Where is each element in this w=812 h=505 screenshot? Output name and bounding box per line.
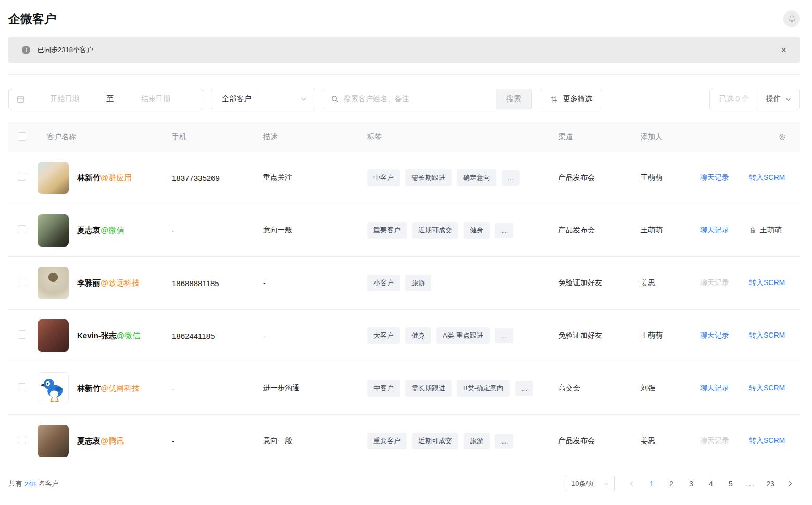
chat-log-link[interactable]: 聊天记录: [700, 173, 729, 182]
header-channel: 渠道: [558, 132, 641, 142]
tag-chip: 需长期跟进: [405, 169, 452, 186]
page-number[interactable]: 1: [643, 475, 660, 492]
avatar: [38, 372, 69, 404]
desc-cell: -: [263, 279, 367, 287]
close-icon[interactable]: ×: [781, 45, 786, 55]
customer-source-tag: @优网科技: [101, 384, 140, 392]
notification-button[interactable]: [783, 10, 800, 27]
row-checkbox[interactable]: [18, 225, 26, 233]
page-number[interactable]: 4: [703, 475, 719, 492]
phone-cell: 1862441185: [172, 331, 263, 340]
transfer-scrm-link[interactable]: 转入SCRM: [749, 278, 785, 288]
search-placeholder: 搜索客户姓名、备注: [344, 94, 409, 104]
page-number[interactable]: 3: [683, 475, 699, 492]
tag-chip: 重要客户: [367, 222, 407, 239]
transfer-scrm-link[interactable]: 转入SCRM: [749, 384, 785, 393]
table-header-row: 客户名称 手机 描述 标签 渠道 添加人: [8, 122, 800, 152]
tag-chip: 中客户: [367, 380, 400, 397]
tag-chip: 大客户: [367, 327, 400, 344]
row-checkbox[interactable]: [18, 278, 26, 286]
adder-cell: 王萌萌: [641, 173, 696, 182]
transfer-scrm-link[interactable]: 转入SCRM: [749, 436, 785, 446]
table-row: 夏志衷@腾讯 - 意向一般 重要客户 近期可成交 旅游 ... 产品发布会 姜思…: [8, 415, 800, 467]
select-all-checkbox[interactable]: [18, 132, 26, 141]
action-dropdown-button[interactable]: 操作: [758, 89, 799, 109]
tag-chip: 小客户: [367, 275, 400, 291]
header-tags: 标签: [367, 132, 558, 142]
phone-cell: 18377335269: [172, 174, 263, 182]
customer-name: 夏志衷: [77, 226, 101, 235]
row-checkbox[interactable]: [18, 173, 26, 181]
tag-chip: 旅游: [405, 275, 431, 291]
header-customer-name: 客户名称: [38, 132, 172, 142]
header-adder: 添加人: [641, 132, 696, 142]
tag-more-chip[interactable]: ...: [495, 223, 513, 238]
tag-more-chip[interactable]: ...: [495, 328, 513, 343]
tag-chip: 健身: [405, 327, 431, 344]
table-row: 夏志衷@微信 - 意向一般 重要客户 近期可成交 健身 ... 产品发布会 王萌…: [8, 204, 800, 257]
top-bar: 企微客户: [8, 0, 800, 27]
customer-type-select[interactable]: 全部客户: [211, 89, 315, 109]
tag-more-chip[interactable]: ...: [495, 434, 513, 449]
filter-bar: 开始日期 至 结束日期 全部客户 搜索客户姓名、备注 搜索: [8, 89, 800, 109]
gear-icon: [778, 133, 786, 141]
lock-icon: [749, 227, 756, 235]
tag-chip: 确定意向: [457, 169, 496, 186]
chat-log-link: 聊天记录: [700, 436, 729, 446]
page-number[interactable]: 2: [663, 475, 680, 492]
page-number[interactable]: 23: [762, 475, 779, 492]
tag-chip: 健身: [464, 222, 490, 239]
header-phone: 手机: [172, 132, 263, 142]
tag-more-chip[interactable]: ...: [515, 381, 533, 396]
row-checkbox[interactable]: [18, 383, 26, 391]
phone-cell: 18688881185: [172, 279, 263, 288]
pagination: 1 2 3 4 5 ... 23: [622, 475, 800, 492]
adder-cell: 姜思: [641, 278, 696, 288]
customer-source-tag: @微信: [117, 331, 140, 340]
column-settings-button[interactable]: [778, 133, 800, 141]
page-number[interactable]: 5: [722, 475, 739, 492]
row-checkbox[interactable]: [18, 330, 26, 339]
date-range-picker[interactable]: 开始日期 至 结束日期: [8, 89, 203, 109]
search-button[interactable]: 搜索: [496, 89, 532, 109]
phone-cell: -: [172, 226, 263, 235]
more-filters-button[interactable]: 更多筛选: [541, 89, 601, 109]
section-divider: [8, 74, 800, 75]
next-page-button[interactable]: [782, 475, 798, 492]
customer-name: 夏志衷: [77, 436, 101, 445]
customer-name: 林新竹: [77, 173, 101, 182]
page-title: 企微客户: [8, 10, 56, 27]
sliders-icon: [549, 95, 558, 104]
transfer-scrm-link[interactable]: 转入SCRM: [749, 173, 785, 182]
chat-log-link[interactable]: 聊天记录: [700, 226, 729, 235]
date-start-placeholder[interactable]: 开始日期: [25, 94, 105, 104]
calendar-icon: [16, 95, 25, 104]
total-count-value: 248: [24, 480, 36, 488]
info-icon: i: [22, 46, 30, 54]
table-row: 林新竹@优网科技 - 进一步沟通 中客户 需长期跟进 B类-确定意向 ... 高…: [8, 362, 800, 415]
tags-cell: 小客户 旅游: [367, 275, 558, 291]
customer-name: 李雅丽: [77, 278, 101, 287]
customer-name: Kevin-张志: [77, 331, 117, 340]
tag-chip: 重要客户: [367, 433, 407, 449]
desc-cell: 意向一般: [263, 226, 367, 235]
row-checkbox[interactable]: [18, 436, 26, 444]
transfer-scrm-link[interactable]: 转入SCRM: [749, 331, 785, 340]
chat-log-link[interactable]: 聊天记录: [700, 384, 729, 393]
date-end-placeholder[interactable]: 结束日期: [116, 94, 196, 104]
channel-cell: 高交会: [558, 384, 641, 393]
page-size-select[interactable]: 10条/页: [565, 476, 615, 491]
phone-cell: -: [172, 437, 263, 446]
phone-cell: -: [172, 384, 263, 393]
table-footer: 共有 248 名客户 10条/页 1 2 3 4 5 ... 23: [8, 467, 800, 492]
selected-count: 已选 0 个: [710, 89, 758, 109]
more-filters-label: 更多筛选: [563, 94, 592, 104]
chat-log-link[interactable]: 聊天记录: [700, 331, 729, 340]
tags-cell: 中客户 需长期跟进 确定意向 ...: [367, 169, 558, 186]
prev-page-button[interactable]: [623, 475, 640, 492]
tag-more-chip[interactable]: ...: [502, 170, 520, 186]
search-group: 搜索客户姓名、备注 搜索: [324, 89, 532, 109]
bell-icon: [788, 15, 796, 23]
search-input[interactable]: 搜索客户姓名、备注: [324, 89, 496, 109]
desc-cell: 重点关注: [263, 173, 367, 182]
